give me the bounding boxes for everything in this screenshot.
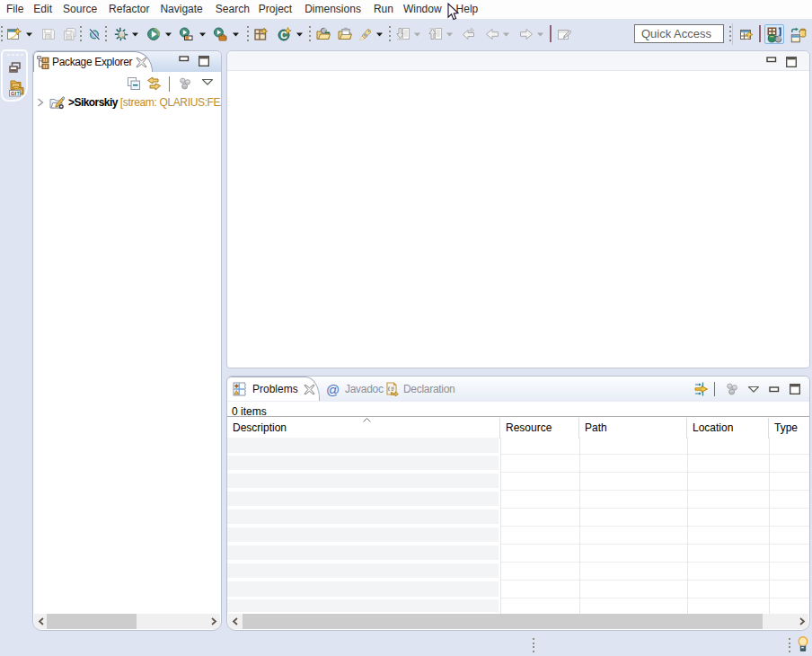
menu-navigate[interactable]: Navigate	[160, 0, 202, 19]
toolbar-grip[interactable]	[80, 26, 82, 42]
last-edit-location-icon[interactable]	[462, 27, 476, 41]
next-annotation-icon[interactable]	[396, 27, 410, 41]
perspective-bar-separator	[732, 23, 733, 45]
previous-annotation-icon[interactable]	[428, 27, 443, 41]
menu-help[interactable]: Help	[456, 0, 479, 19]
maximize-editor-icon[interactable]	[786, 57, 797, 67]
collapse-all-icon[interactable]	[127, 76, 141, 91]
column-header-type[interactable]: Type	[769, 418, 810, 439]
scroll-left-icon[interactable]	[228, 614, 242, 629]
problems-tab[interactable]: Problems	[227, 377, 320, 401]
tip-lightbulb-icon[interactable]	[798, 636, 808, 652]
java-perspective-button[interactable]	[764, 24, 784, 44]
dropdown-arrow-icon[interactable]	[132, 32, 138, 37]
menu-edit[interactable]: Edit	[33, 0, 52, 19]
dropdown-arrow-icon[interactable]	[446, 32, 453, 37]
table-row-line	[500, 544, 809, 545]
column-header-path[interactable]: Path	[579, 418, 687, 439]
toolbar-grip[interactable]	[729, 26, 731, 42]
toolbar-grip[interactable]	[309, 26, 311, 42]
dropdown-arrow-icon[interactable]	[165, 32, 172, 37]
minimize-view-icon[interactable]	[179, 56, 190, 66]
link-with-editor-icon[interactable]	[146, 76, 162, 91]
new-java-project-icon[interactable]	[254, 27, 269, 41]
run-external-tools-icon[interactable]	[213, 27, 227, 41]
save-icon[interactable]	[41, 27, 56, 41]
menu-project[interactable]: Project	[259, 0, 292, 19]
dropdown-arrow-icon[interactable]	[503, 32, 509, 37]
open-item-icon[interactable]	[316, 27, 331, 41]
forward-icon[interactable]	[519, 27, 534, 41]
git-repositories-icon[interactable]: G I T	[6, 78, 26, 98]
view-menu-icon[interactable]	[201, 78, 214, 85]
dropdown-arrow-icon[interactable]	[376, 32, 383, 37]
dimensions-perspective-button[interactable]	[788, 24, 808, 44]
quick-access-input[interactable]: Quick Access	[634, 24, 724, 43]
menu-search[interactable]: Search	[216, 0, 250, 19]
maximize-view-icon[interactable]	[199, 56, 209, 66]
status-grip[interactable]	[533, 638, 534, 652]
editor-view-buttons	[766, 57, 797, 67]
maximize-view-icon[interactable]	[790, 384, 800, 394]
menu-run[interactable]: Run	[374, 0, 393, 19]
column-header-description[interactable]: Description	[227, 418, 500, 439]
new-java-class-icon[interactable]: C	[278, 27, 292, 41]
run-icon[interactable]	[146, 27, 161, 41]
scrollbar-thumb[interactable]	[47, 614, 137, 629]
minimize-view-icon[interactable]	[769, 386, 780, 393]
declaration-tab[interactable]: Declaration	[380, 377, 460, 401]
package-explorer-view: Package Explorer >Sikorskiy [stream: Q	[32, 50, 222, 631]
close-tab-icon[interactable]	[136, 57, 147, 68]
problems-table-body	[227, 438, 809, 614]
expand-chevron-icon[interactable]	[37, 98, 44, 107]
menu-source[interactable]: Source	[63, 0, 97, 19]
minimize-editor-icon[interactable]	[766, 57, 777, 67]
dropdown-arrow-icon[interactable]	[296, 32, 303, 37]
dropdown-arrow-icon[interactable]	[414, 32, 420, 37]
open-perspective-button[interactable]	[737, 24, 756, 44]
menu-window[interactable]: Window	[403, 0, 442, 19]
toolbar-grip[interactable]	[105, 26, 107, 42]
dropdown-arrow-icon[interactable]	[537, 32, 543, 37]
open-request-icon[interactable]	[338, 27, 352, 41]
package-explorer-hscrollbar[interactable]	[34, 614, 220, 629]
highlight-icon[interactable]	[358, 27, 373, 41]
skip-all-breakpoints-icon[interactable]	[87, 27, 102, 41]
toolbar-separator	[169, 76, 170, 92]
menu-dimensions[interactable]: Dimensions	[304, 0, 361, 19]
status-grip[interactable]	[789, 638, 790, 652]
toolbar-grip[interactable]	[247, 26, 249, 42]
coverage-icon[interactable]	[179, 27, 193, 41]
dropdown-arrow-icon[interactable]	[233, 32, 239, 37]
column-header-resource[interactable]: Resource	[500, 418, 579, 439]
scrollbar-thumb[interactable]	[243, 614, 763, 629]
back-icon[interactable]	[485, 27, 499, 41]
scroll-right-icon[interactable]	[207, 614, 220, 629]
toolbar-grip[interactable]	[389, 26, 391, 42]
filters-icon[interactable]	[694, 382, 710, 396]
problems-hscrollbar[interactable]	[228, 614, 808, 629]
package-explorer-tab[interactable]: Package Explorer	[33, 51, 153, 72]
rail-drag-grip[interactable]	[7, 54, 23, 56]
restore-views-button[interactable]	[9, 62, 21, 74]
save-all-icon[interactable]	[63, 27, 77, 41]
column-header-location[interactable]: Location	[687, 418, 769, 439]
scroll-left-icon[interactable]	[34, 614, 48, 629]
scroll-right-icon[interactable]	[795, 614, 808, 629]
project-icon	[49, 95, 65, 110]
table-row-line	[500, 472, 809, 473]
menu-file[interactable]: File	[6, 0, 23, 19]
menu-refactor[interactable]: Refactor	[109, 0, 149, 19]
close-tab-icon[interactable]	[304, 384, 315, 395]
main-toolbar: C	[0, 19, 812, 49]
column-label: Path	[585, 421, 607, 434]
dropdown-arrow-icon[interactable]	[199, 32, 206, 37]
tree-item-project[interactable]: >Sikorskiy [stream: QLARIUS:FEA	[37, 94, 221, 111]
debug-icon[interactable]	[114, 27, 128, 41]
view-menu-icon[interactable]	[747, 386, 760, 393]
pin-editor-icon[interactable]	[557, 27, 571, 41]
new-wizard-icon[interactable]	[7, 27, 22, 41]
package-explorer-icon	[37, 55, 49, 69]
toolbar-grip[interactable]	[1, 26, 3, 42]
dropdown-arrow-icon[interactable]	[26, 32, 32, 37]
